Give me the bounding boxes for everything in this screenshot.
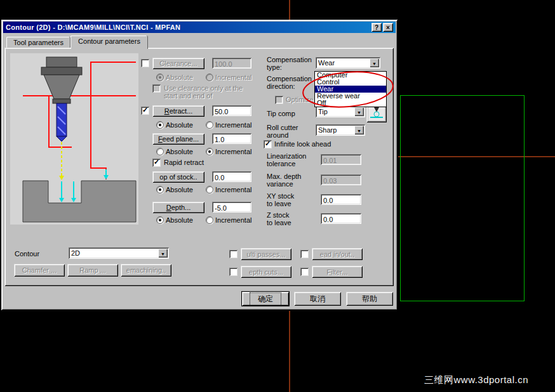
feed-plane-incremental-radio[interactable] xyxy=(206,148,213,155)
feed-plane-field[interactable] xyxy=(212,133,251,144)
comp-type-dropdown[interactable]: Wear xyxy=(316,57,380,69)
top-of-stock-incremental-label: Incremental xyxy=(215,186,251,193)
xy-stock-label-1: XY stock xyxy=(267,193,294,200)
roll-cutter-value: Sharp xyxy=(318,126,337,134)
retract-absolute-label: Absolute xyxy=(166,122,193,129)
dropdown-option-off[interactable]: Off xyxy=(315,100,386,107)
comp-direction-label-2: direction: xyxy=(267,83,295,90)
filter-checkbox[interactable] xyxy=(300,268,309,276)
infinite-look-ahead-checkbox[interactable] xyxy=(264,140,272,148)
cad-viewport: 三维网www.3dportal.cn Contour (2D) - D:\MCA… xyxy=(0,0,555,392)
depth-button[interactable]: Depth... xyxy=(152,202,204,213)
remachining-button: emachining.. xyxy=(121,264,171,277)
contour-parameters-dialog: Contour (2D) - D:\MCAM9\MILL\NCI\T.NCI -… xyxy=(1,20,398,310)
xy-stock-field[interactable] xyxy=(321,194,361,205)
retract-button[interactable]: Retract... xyxy=(152,105,204,117)
feed-plane-incremental-label: Incremental xyxy=(215,148,251,155)
max-depth-label-2: variance xyxy=(267,181,293,188)
optimize-label: Optimize xyxy=(286,96,313,103)
depth-field[interactable] xyxy=(212,202,251,212)
tip-comp-arrow-button[interactable] xyxy=(354,107,364,116)
filter-button: Filter... xyxy=(312,266,363,278)
comp-direction-label-1: Compensation xyxy=(267,75,312,82)
clearance-incremental-label: Incremental xyxy=(215,74,251,81)
retract-checkbox[interactable] xyxy=(141,107,149,115)
linearization-label-2: tolerance xyxy=(267,160,295,167)
watermark: 三维网www.3dportal.cn xyxy=(424,374,528,386)
max-depth-field xyxy=(321,174,361,185)
comp-type-dropdown-list: Computer Control Wear Reverse wear Off xyxy=(314,71,387,107)
retract-absolute-radio[interactable] xyxy=(156,121,164,129)
clearance-checkbox[interactable] xyxy=(141,59,149,67)
xy-stock-label-2: to leave xyxy=(267,200,291,207)
top-of-stock-absolute-label: Absolute xyxy=(166,186,193,193)
ok-button[interactable]: 确定 xyxy=(242,292,289,306)
use-clearance-label-2: start and end of xyxy=(164,93,212,100)
retract-field[interactable] xyxy=(212,105,251,116)
depth-absolute-radio[interactable] xyxy=(156,216,164,224)
crosshair-vertical-bottom xyxy=(289,311,290,392)
chamfer-button: Chamfer ... xyxy=(14,264,65,277)
rapid-retract-checkbox[interactable] xyxy=(152,159,161,167)
ramp-button: Ramp ... xyxy=(67,264,118,277)
top-of-stock-incremental-radio[interactable] xyxy=(206,186,213,193)
lead-in-out-button: ead in/out.. xyxy=(312,248,363,260)
clearance-button: Clearance... xyxy=(152,58,204,69)
contour-type-value: 2D xyxy=(71,249,80,257)
feed-plane-absolute-radio[interactable] xyxy=(156,148,164,155)
roll-cutter-label-2: around xyxy=(267,132,288,139)
multi-passes-checkbox[interactable] xyxy=(229,250,237,258)
feed-plane-absolute-label: Absolute xyxy=(166,148,193,155)
chevron-down-icon xyxy=(357,108,361,115)
panel-content: Clearance... Absolute Incremental Use cl… xyxy=(1,20,398,310)
infinite-look-ahead-label: Infinite look ahead xyxy=(274,141,331,148)
help-button-bottom[interactable]: 帮助 xyxy=(346,292,393,306)
chevron-down-icon xyxy=(372,59,377,67)
optimize-checkbox xyxy=(275,96,283,104)
top-of-stock-button[interactable]: op of stock.. xyxy=(152,171,204,183)
roll-cutter-arrow-button[interactable] xyxy=(354,126,364,134)
geometry-rectangle xyxy=(400,95,525,301)
use-clearance-label-1: Use clearance only at the xyxy=(164,85,243,92)
chevron-down-icon xyxy=(357,126,361,134)
contour-type-dropdown[interactable]: 2D xyxy=(69,247,169,259)
feed-plane-button[interactable]: Feed plane... xyxy=(152,133,204,145)
roll-cutter-dropdown[interactable]: Sharp xyxy=(316,124,365,136)
z-stock-label-2: to leave xyxy=(267,219,291,226)
depth-incremental-label: Incremental xyxy=(215,217,251,224)
depth-absolute-label: Absolute xyxy=(166,217,193,224)
tool xyxy=(57,103,67,141)
depth-cuts-button: epth cuts... xyxy=(241,266,291,278)
multi-passes-button: ulti passes... xyxy=(241,248,291,260)
clearance-incremental-radio xyxy=(206,74,213,81)
depth-incremental-radio[interactable] xyxy=(206,216,213,224)
z-stock-field[interactable] xyxy=(321,213,361,224)
z-stock-label-1: Z stock xyxy=(267,212,289,219)
comp-type-value: Wear xyxy=(318,59,335,67)
clearance-field xyxy=(212,58,251,69)
comp-type-label-1: Compensation xyxy=(267,56,312,63)
tip-comp-dropdown[interactable]: Tip xyxy=(316,106,365,117)
retract-incremental-label: Incremental xyxy=(215,122,251,129)
top-of-stock-absolute-radio[interactable] xyxy=(156,186,164,193)
clearance-absolute-radio xyxy=(156,74,164,81)
linearization-field xyxy=(321,154,361,165)
lead-in-out-checkbox[interactable] xyxy=(300,250,309,258)
contour-type-arrow-button[interactable] xyxy=(158,249,168,258)
rapid-retract-label: Rapid retract xyxy=(164,159,204,166)
linearization-label-1: Linearization xyxy=(267,153,306,160)
chevron-down-icon xyxy=(161,249,165,257)
clearance-absolute-label: Absolute xyxy=(166,74,193,81)
crosshair-vertical-top xyxy=(289,0,290,20)
tip-comp-value: Tip xyxy=(318,108,328,115)
depth-cuts-checkbox[interactable] xyxy=(229,268,237,276)
cancel-button[interactable]: 取消 xyxy=(294,292,341,306)
comp-type-arrow-button[interactable] xyxy=(370,58,379,67)
retract-incremental-radio[interactable] xyxy=(206,121,213,129)
contour-label: Contour xyxy=(15,251,39,258)
top-of-stock-field[interactable] xyxy=(212,171,251,182)
tip-comp-label: Tip comp xyxy=(267,110,295,117)
use-clearance-checkbox xyxy=(152,84,161,93)
roll-cutter-label-1: Roll cutter xyxy=(267,124,298,131)
max-depth-label-1: Max. depth xyxy=(267,173,301,180)
